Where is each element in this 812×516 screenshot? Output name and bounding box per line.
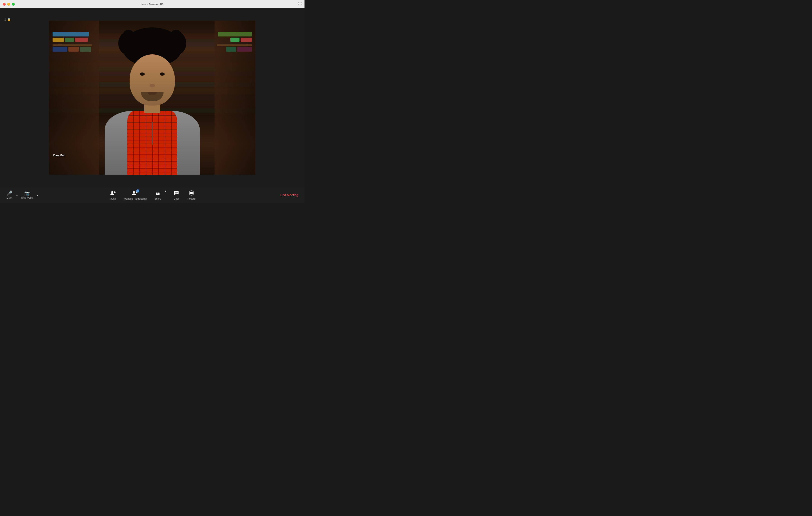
invite-icon [110,190,116,196]
close-button[interactable] [3,3,6,6]
stop-video-label: Stop Video [21,196,33,199]
mute-label: Mute [6,196,12,199]
svg-point-3 [133,191,135,193]
invite-label: Invite [110,197,116,200]
invite-button[interactable]: Invite [107,189,118,201]
share-label: Share [154,197,161,200]
participant-name-tag: Dan Mall [53,154,65,157]
record-label: Record [187,197,195,200]
video-area: Dan Mall [49,21,255,175]
main-content: ℹ 🔒 [0,8,304,187]
chat-icon [174,190,179,196]
mute-button[interactable]: 🎤 Mute [4,190,15,200]
svg-point-0 [111,191,113,193]
title-bar: Zoom Meeting ID: ⛶ [0,0,304,8]
info-icon[interactable]: ℹ [4,18,6,21]
manage-participants-button[interactable]: 1 Manage Participants [122,189,148,201]
window-controls-right: ⛶ [298,2,302,6]
window-title: Zoom Meeting ID: [141,2,164,6]
mute-group: 🎤 Mute ▲ [4,190,19,200]
participant-count-badge: 1 [136,189,139,192]
share-group: Share ▲ [152,189,167,201]
share-arrow[interactable]: ▲ [164,189,167,193]
manage-participants-label: Manage Participants [124,197,147,200]
lock-icon: 🔒 [7,18,11,21]
record-icon [189,190,194,196]
svg-point-9 [190,192,193,194]
chat-button[interactable]: Chat [171,189,182,201]
fullscreen-icon[interactable]: ⛶ [298,2,302,6]
chat-label: Chat [174,197,179,200]
toolbar-center: Invite 1 Manage Participants [107,189,197,201]
microphone-icon: 🎤 [6,191,12,196]
share-icon [155,190,161,196]
toolbar-left: 🎤 Mute ▲ 📷 Stop Video ▲ [4,190,39,200]
share-button[interactable]: Share [152,189,163,201]
mute-arrow[interactable]: ▲ [16,193,19,197]
end-meeting-button[interactable]: End Meeting [278,191,301,199]
video-group: 📷 Stop Video ▲ [20,190,39,200]
video-arrow[interactable]: ▲ [36,193,39,197]
video-camera-icon: 📷 [24,191,30,196]
stop-video-button[interactable]: 📷 Stop Video [20,190,35,200]
participants-icon: 1 [132,190,139,196]
traffic-lights [3,3,15,6]
maximize-button[interactable] [12,3,15,6]
record-button[interactable]: Record [185,189,197,201]
toolbar-right: End Meeting [278,191,301,199]
minimize-button[interactable] [7,3,10,6]
toolbar: 🎤 Mute ▲ 📷 Stop Video ▲ Inv [0,187,304,203]
security-icons: ℹ 🔒 [3,16,13,23]
